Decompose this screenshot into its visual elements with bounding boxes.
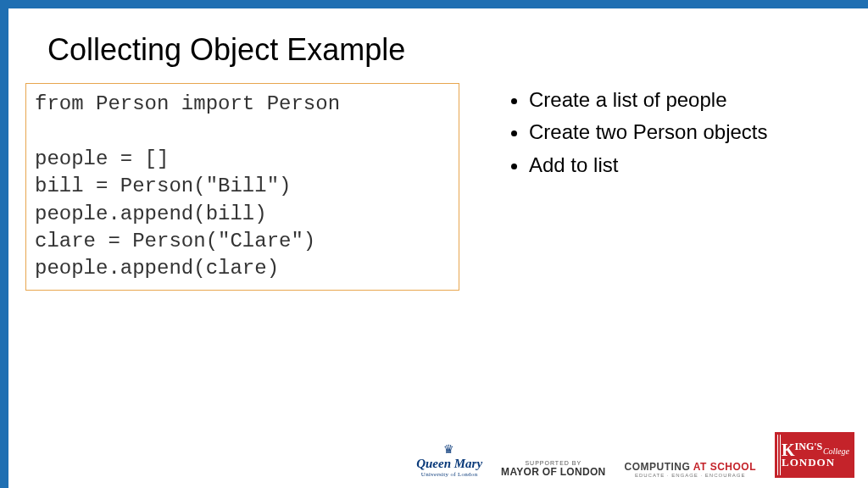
slide-frame: Collecting Object Example from Person im… — [0, 0, 868, 488]
cas-main: COMPUTING AT SCHOOL — [625, 461, 757, 473]
qm-name: Queen Mary — [416, 457, 482, 471]
code-block: from Person import Person people = [] bi… — [25, 83, 459, 291]
kcl-london: LONDON — [782, 458, 848, 468]
bullet-item: Add to list — [529, 152, 767, 179]
bullet-item: Create two Person objects — [529, 119, 767, 146]
queen-mary-logo: ♛ Queen Mary University of London — [416, 442, 482, 478]
kcl-college: College — [823, 447, 849, 455]
mayor-of-london-logo: SUPPORTED BY MAYOR OF LONDON — [501, 460, 605, 478]
bullet-item: Create a list of people — [529, 86, 767, 114]
bullet-list: Create a list of people Create two Perso… — [510, 86, 767, 184]
kings-college-logo: KING'S College LONDON — [775, 432, 854, 478]
mayor-main: MAYOR OF LONDON — [501, 466, 605, 478]
mayor-sup: SUPPORTED BY — [525, 460, 581, 466]
content-row: from Person import Person people = [] bi… — [8, 83, 868, 291]
slide-title: Collecting Object Example — [47, 32, 868, 68]
computing-at-school-logo: COMPUTING AT SCHOOL EDUCATE · ENGAGE · E… — [625, 461, 757, 478]
crown-icon: ♛ — [443, 442, 455, 457]
cas-sub: EDUCATE · ENGAGE · ENCOURAGE — [635, 473, 746, 478]
footer-logos: ♛ Queen Mary University of London SUPPOR… — [416, 432, 854, 478]
qm-sub: University of London — [421, 471, 478, 478]
